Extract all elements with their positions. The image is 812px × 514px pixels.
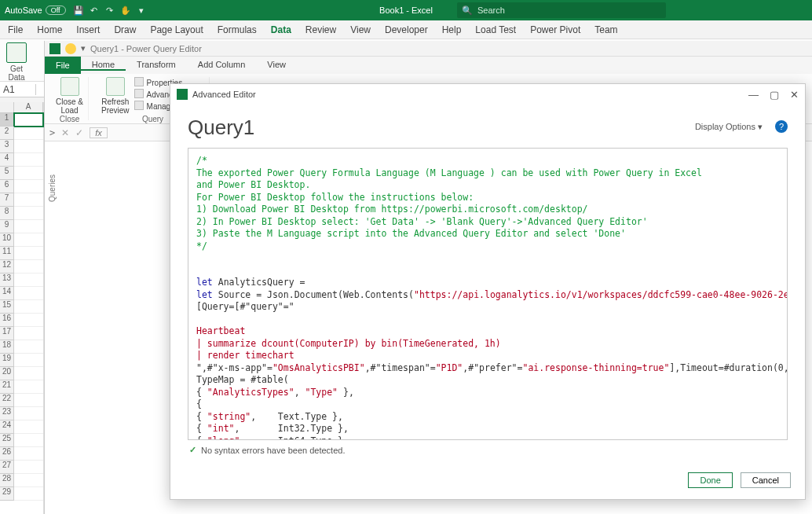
grid-row[interactable]: 12 <box>0 260 43 274</box>
grid-row[interactable]: 7 <box>0 193 43 207</box>
grid-cell[interactable] <box>14 434 43 447</box>
display-options-dropdown[interactable]: Display Options ▾ <box>695 122 763 132</box>
grid-cell[interactable] <box>14 407 43 420</box>
cancel-formula-icon[interactable]: ✕ <box>61 127 69 138</box>
grid-row[interactable]: 15 <box>0 300 43 314</box>
grid-cell[interactable] <box>14 354 43 367</box>
row-header[interactable]: 2 <box>0 127 14 140</box>
excel-tab-draw[interactable]: Draw <box>114 24 136 35</box>
grid-row[interactable]: 16 <box>0 314 43 327</box>
grid-cell[interactable] <box>14 153 43 167</box>
grid-cell[interactable] <box>14 260 43 274</box>
grid-cell[interactable] <box>14 247 43 260</box>
row-header[interactable]: 29 <box>0 487 14 501</box>
grid-row[interactable]: 11 <box>0 247 43 260</box>
row-header[interactable]: 20 <box>0 367 14 380</box>
grid-cell[interactable] <box>14 300 43 314</box>
get-data-button[interactable]: Get Data <box>6 42 27 82</box>
help-icon[interactable]: ? <box>775 120 788 133</box>
excel-tab-view[interactable]: View <box>350 24 371 35</box>
grid-cell[interactable] <box>14 367 43 380</box>
row-header[interactable]: 25 <box>0 434 14 447</box>
row-header[interactable]: 12 <box>0 260 14 274</box>
grid-cell[interactable] <box>14 380 43 394</box>
grid-row[interactable]: 3 <box>0 140 43 153</box>
grid-cell[interactable] <box>14 420 43 434</box>
row-header[interactable]: 8 <box>0 207 14 220</box>
done-button[interactable]: Done <box>688 472 732 488</box>
row-header[interactable]: 22 <box>0 394 14 407</box>
row-header[interactable]: 14 <box>0 287 14 300</box>
excel-grid[interactable]: A 12345678910111213141516171819202122232… <box>0 102 44 514</box>
grid-cell[interactable] <box>14 193 43 207</box>
accept-formula-icon[interactable]: ✓ <box>75 127 83 138</box>
row-header[interactable]: 28 <box>0 474 14 487</box>
expand-queries-icon[interactable]: > <box>49 127 55 138</box>
grid-row[interactable]: 8 <box>0 207 43 220</box>
grid-cell[interactable] <box>14 167 43 180</box>
excel-tab-load-test[interactable]: Load Test <box>475 24 516 35</box>
col-header-a[interactable]: A <box>14 102 43 112</box>
row-header[interactable]: 16 <box>0 314 14 327</box>
grid-cell[interactable] <box>14 340 43 354</box>
excel-tab-power-pivot[interactable]: Power Pivot <box>530 24 580 35</box>
grid-row[interactable]: 18 <box>0 340 43 354</box>
row-header[interactable]: 21 <box>0 380 14 394</box>
pq-tab-home[interactable]: Home <box>81 60 126 71</box>
row-header[interactable]: 17 <box>0 327 14 340</box>
grid-row[interactable]: 14 <box>0 287 43 300</box>
grid-cell[interactable] <box>14 474 43 487</box>
excel-tab-review[interactable]: Review <box>305 24 336 35</box>
excel-tab-team[interactable]: Team <box>594 24 617 35</box>
grid-row[interactable]: 28 <box>0 474 43 487</box>
grid-row[interactable]: 9 <box>0 220 43 233</box>
grid-row[interactable]: 19 <box>0 354 43 367</box>
row-header[interactable]: 24 <box>0 420 14 434</box>
close-icon[interactable]: ✕ <box>790 89 799 101</box>
grid-row[interactable]: 26 <box>0 447 43 461</box>
grid-row[interactable]: 1 <box>0 113 43 127</box>
row-header[interactable]: 7 <box>0 193 14 207</box>
grid-row[interactable]: 17 <box>0 327 43 340</box>
grid-row[interactable]: 29 <box>0 487 43 501</box>
code-editor[interactable]: /* The exported Power Query Formula Lang… <box>188 148 788 440</box>
row-header[interactable]: 10 <box>0 233 14 247</box>
grid-cell[interactable] <box>14 180 43 193</box>
maximize-icon[interactable]: ▢ <box>770 89 779 101</box>
grid-cell[interactable] <box>14 461 43 474</box>
grid-row[interactable]: 4 <box>0 153 43 167</box>
cancel-button[interactable]: Cancel <box>741 472 791 488</box>
row-header[interactable]: 26 <box>0 447 14 461</box>
row-header[interactable]: 13 <box>0 274 14 287</box>
pq-dropdown-icon[interactable]: ▾ <box>81 43 86 53</box>
row-header[interactable]: 23 <box>0 407 14 420</box>
grid-row[interactable]: 21 <box>0 380 43 394</box>
row-header[interactable]: 6 <box>0 180 14 193</box>
fx-icon[interactable]: fx <box>90 127 108 138</box>
pq-file-tab[interactable]: File <box>45 57 81 74</box>
row-header[interactable]: 18 <box>0 340 14 354</box>
grid-cell[interactable] <box>14 140 43 153</box>
grid-row[interactable]: 27 <box>0 461 43 474</box>
grid-cell[interactable] <box>14 113 43 127</box>
row-header[interactable]: 1 <box>0 113 14 127</box>
search-box[interactable]: 🔍 Search <box>457 2 666 18</box>
excel-tab-page-layout[interactable]: Page Layout <box>150 24 203 35</box>
name-box[interactable]: A1 <box>0 84 36 95</box>
refresh-preview-button[interactable]: Refresh Preview <box>101 77 130 115</box>
excel-tab-developer[interactable]: Developer <box>385 24 428 35</box>
grid-cell[interactable] <box>14 274 43 287</box>
grid-cell[interactable] <box>14 127 43 140</box>
grid-cell[interactable] <box>14 327 43 340</box>
grid-cell[interactable] <box>14 487 43 501</box>
grid-cell[interactable] <box>14 207 43 220</box>
pq-tab-transform[interactable]: Transform <box>126 60 187 71</box>
excel-tab-file[interactable]: File <box>8 24 23 35</box>
row-header[interactable]: 9 <box>0 220 14 233</box>
grid-row[interactable]: 5 <box>0 167 43 180</box>
pq-tab-add-column[interactable]: Add Column <box>187 60 257 71</box>
grid-row[interactable]: 20 <box>0 367 43 380</box>
minimize-icon[interactable]: — <box>748 89 759 101</box>
excel-tab-data[interactable]: Data <box>271 24 291 35</box>
row-header[interactable]: 3 <box>0 140 14 153</box>
